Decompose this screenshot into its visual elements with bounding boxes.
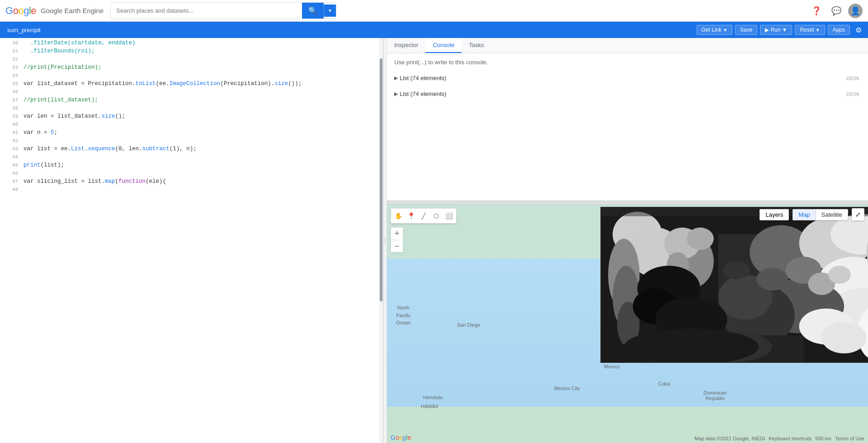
keyboard-shortcuts-link[interactable]: Keyboard shortcuts — [769, 436, 811, 441]
console-list-item-2[interactable]: ▶ List (74 elements) JSON — [394, 89, 861, 99]
code-token: = — [41, 129, 51, 136]
line-content — [24, 186, 379, 193]
line-content: print(list); — [24, 162, 379, 168]
code-token: size — [102, 113, 115, 119]
console-panel: Inspector Console Tasks Use print(...) t… — [387, 38, 868, 201]
terms-link[interactable]: Terms of Use — [835, 436, 864, 441]
top-icons: ❓ 💬 👤 — [808, 3, 863, 19]
chat-button[interactable]: 💬 — [828, 3, 844, 19]
zoom-in-button[interactable]: + — [391, 227, 403, 240]
satellite-view-button[interactable]: Satellite — [816, 210, 848, 220]
search-input[interactable] — [111, 4, 302, 18]
get-link-arrow-icon: ▼ — [723, 28, 727, 33]
draw-tools: ✋ 📍 ╱ ⬡ ⬜ — [391, 208, 457, 224]
code-token: ee. — [61, 146, 71, 152]
scroll-thumb — [380, 58, 382, 301]
line-number: 41 — [4, 130, 18, 135]
zoom-controls: + − — [391, 227, 403, 252]
line-content: .filterDate(startdate, enddate) — [24, 40, 379, 46]
json-button-2[interactable]: JSON — [844, 91, 861, 97]
code-token: toList — [136, 81, 156, 87]
console-tabs: Inspector Console Tasks — [387, 38, 868, 53]
code-token: .filterBounds(roi); — [24, 48, 95, 54]
code-line: 46 — [0, 170, 383, 178]
line-number: 47 — [4, 179, 18, 184]
google-logo: Google — [5, 5, 36, 17]
svg-point-29 — [723, 261, 750, 279]
apps-button[interactable]: Apps — [828, 25, 850, 35]
point-icon: 📍 — [407, 212, 415, 219]
earth-engine-logo-text: Google Earth Engine — [41, 7, 104, 14]
avatar-icon: 👤 — [850, 6, 860, 16]
run-button[interactable]: ▶ Run ▼ — [760, 25, 792, 35]
line-number: 44 — [4, 154, 18, 160]
line-content — [24, 89, 379, 95]
fullscreen-button[interactable]: ⤢ — [852, 208, 864, 221]
code-token: ( — [115, 178, 119, 185]
rectangle-icon: ⬜ — [445, 212, 453, 219]
help-button[interactable]: ❓ — [808, 3, 825, 19]
scroll-indicator — [379, 38, 383, 443]
code-token: n — [37, 129, 41, 136]
map-panel: ONTARIO QUEBEC NorthPacificOcean NorthAt… — [387, 205, 868, 443]
point-tool-button[interactable]: 📍 — [405, 210, 417, 222]
map-type-buttons: Map Satellite — [793, 209, 848, 220]
save-button[interactable]: Save — [735, 25, 757, 35]
line-content: var n = 5; — [24, 129, 379, 136]
console-hint: Use print(...) to write to this console. — [394, 59, 861, 66]
expand-icon: ▶ — [394, 75, 398, 81]
rectangle-tool-button[interactable]: ⬜ — [443, 210, 455, 222]
line-number: 33 — [4, 65, 18, 70]
settings-button[interactable]: ⚙ — [853, 24, 864, 36]
code-line: 34 — [0, 72, 383, 81]
search-button[interactable]: 🔍 — [302, 3, 324, 19]
polygon-icon: ⬡ — [434, 212, 439, 219]
line-icon: ╱ — [422, 212, 425, 219]
code-token: subtract — [142, 146, 170, 152]
code-token: = — [51, 146, 61, 152]
line-number: 39 — [4, 114, 18, 119]
tab-console[interactable]: Console — [425, 38, 462, 53]
user-avatar[interactable]: 👤 — [848, 4, 863, 18]
code-token: var — [24, 81, 37, 87]
reset-button[interactable]: Reset ▼ — [795, 25, 825, 35]
precipitation-svg — [601, 207, 868, 362]
code-editor[interactable]: 30 .filterDate(startdate, enddate)31 .fi… — [0, 38, 383, 443]
code-panel: 30 .filterDate(startdate, enddate)31 .fi… — [0, 38, 383, 443]
map-view-button[interactable]: Map — [793, 210, 816, 220]
run-arrow-icon: ▼ — [782, 27, 787, 33]
main-layout: 30 .filterDate(startdate, enddate)31 .fi… — [0, 38, 868, 443]
code-token: map — [105, 178, 115, 185]
file-name: sum_precipit — [4, 27, 58, 33]
console-list-item[interactable]: ▶ List (74 elements) JSON — [394, 73, 861, 83]
hand-tool-button[interactable]: ✋ — [392, 210, 404, 222]
code-line: 38 — [0, 105, 383, 113]
tab-tasks[interactable]: Tasks — [462, 38, 491, 53]
resize-handle[interactable] — [383, 38, 387, 443]
line-tool-button[interactable]: ╱ — [418, 210, 429, 222]
code-token: ( — [156, 81, 160, 87]
code-token: ()); — [288, 81, 302, 87]
layers-button[interactable]: Layers — [760, 209, 789, 220]
code-token: 5 — [51, 129, 54, 136]
search-dropdown-button[interactable]: ▼ — [324, 5, 336, 17]
json-button-1[interactable]: JSON — [844, 76, 861, 81]
code-line: 39var len = list_dataset.size(); — [0, 113, 383, 121]
zoom-out-button[interactable]: − — [391, 240, 403, 252]
tab-inspector[interactable]: Inspector — [387, 38, 425, 53]
svg-point-27 — [828, 266, 851, 284]
second-toolbar: sum_precipit Get Link ▼ Save ▶ Run ▼ Res… — [0, 22, 868, 38]
code-token: (list); — [41, 162, 65, 168]
line-number: 38 — [4, 105, 18, 111]
reset-arrow-icon: ▼ — [816, 28, 820, 33]
line-content — [24, 154, 379, 160]
code-token: (1), n); — [170, 146, 197, 152]
code-token: (ele){ — [146, 178, 166, 185]
hand-icon: ✋ — [395, 212, 402, 219]
code-line: 36 — [0, 89, 383, 97]
right-panel: Inspector Console Tasks Use print(...) t… — [387, 38, 868, 443]
line-content: var list_dataset = Precipitation.toList(… — [24, 81, 379, 87]
horizontal-resize-handle[interactable] — [387, 201, 868, 205]
polygon-tool-button[interactable]: ⬡ — [430, 210, 442, 222]
get-link-button[interactable]: Get Link ▼ — [697, 25, 733, 35]
